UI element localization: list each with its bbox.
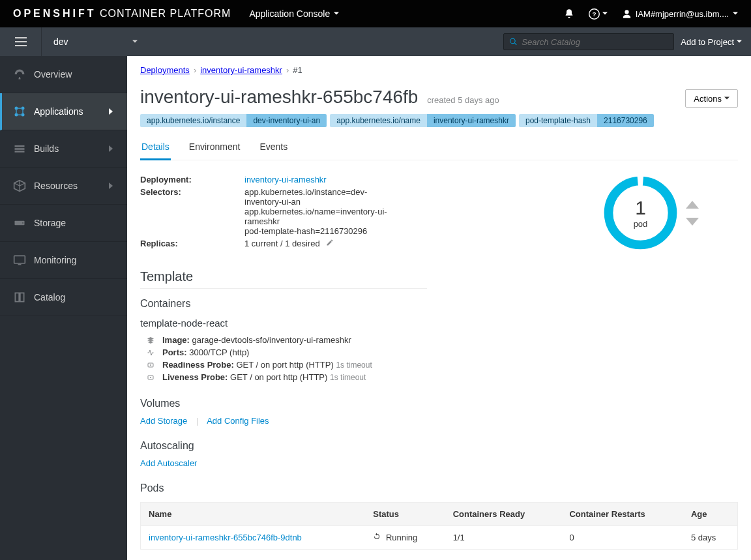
- catalog-icon: [13, 291, 26, 304]
- activity-icon: [147, 349, 156, 357]
- pod-status: Running: [365, 526, 445, 550]
- add-storage-link[interactable]: Add Storage: [140, 416, 187, 426]
- chevron-down-icon: [602, 11, 608, 16]
- masthead: OPENSHIFT CONTAINER PLATFORM Application…: [0, 0, 751, 27]
- readiness-key: Readiness Probe:: [162, 360, 234, 370]
- add-config-link[interactable]: Add Config Files: [207, 416, 269, 426]
- replicas-key: Replicas:: [140, 239, 244, 248]
- sidebar-item-resources[interactable]: Resources: [0, 168, 127, 205]
- replicas-text: 1 current / 1 desired: [244, 239, 320, 248]
- volumes-links: Add Storage | Add Config Files: [140, 416, 738, 426]
- label-key: app.kubernetes.io/instance: [140, 114, 246, 127]
- layers-icon: [147, 336, 156, 344]
- svg-point-17: [150, 377, 151, 378]
- scale-down-icon[interactable]: [686, 216, 699, 226]
- context-selector[interactable]: Application Console: [249, 8, 339, 19]
- page-header: inventory-ui-rameshkr-655bc746fb created…: [140, 87, 738, 108]
- pod-link[interactable]: inventory-ui-rameshkr-655bc746fb-9dtnb: [149, 533, 302, 542]
- liveness-timeout: 1s timeout: [330, 373, 366, 382]
- image-line: Image: garage-devtools-sfo/inventory-ui-…: [140, 334, 738, 346]
- projectbar-right: Add to Project: [503, 33, 751, 50]
- col-status[interactable]: Status: [365, 503, 445, 526]
- catalog-search[interactable]: [503, 33, 674, 50]
- monitoring-icon: [13, 254, 26, 267]
- logo: OPENSHIFT CONTAINER PLATFORM: [13, 8, 231, 20]
- actions-button[interactable]: Actions: [685, 89, 738, 108]
- containers-heading: Containers: [140, 298, 738, 310]
- project-name: dev: [53, 37, 68, 47]
- col-age[interactable]: Age: [683, 503, 738, 526]
- template-heading: Template: [140, 269, 427, 289]
- sidebar-item-label: Storage: [34, 218, 66, 228]
- add-project-label: Add to Project: [681, 37, 734, 47]
- breadcrumb-parent[interactable]: inventory-ui-rameshkr: [200, 65, 282, 75]
- details-row: Deployment: inventory-ui-rameshkr Select…: [140, 175, 738, 251]
- breadcrumb-deployments[interactable]: Deployments: [140, 65, 190, 75]
- probe-icon: [147, 361, 156, 369]
- sidebar-item-storage[interactable]: Storage: [0, 205, 127, 242]
- chevron-right-icon: ›: [286, 65, 289, 75]
- label-instance[interactable]: app.kubernetes.io/instance dev-inventory…: [140, 114, 327, 127]
- pod-scaler: 1 pod: [603, 175, 699, 251]
- sidebar-item-overview[interactable]: Overview: [0, 56, 127, 93]
- context-label: Application Console: [249, 8, 330, 19]
- svg-rect-11: [18, 264, 22, 265]
- scale-up-icon[interactable]: [686, 201, 699, 210]
- image-val: garage-devtools-sfo/inventory-ui-rameshk…: [192, 335, 351, 345]
- masthead-right: ? IAM#mjperrin@us.ibm....: [564, 8, 738, 20]
- label-val: 2116730296: [597, 114, 654, 127]
- col-restarts[interactable]: Container Restarts: [561, 503, 683, 526]
- chevron-right-icon: [109, 183, 114, 189]
- chevron-right-icon: [109, 145, 114, 152]
- applications-icon: [13, 105, 26, 118]
- search-input[interactable]: [522, 37, 668, 47]
- label-hash[interactable]: pod-template-hash 2116730296: [519, 114, 654, 127]
- chevron-down-icon: [334, 11, 339, 16]
- readiness-line: Readiness Probe: GET / on port http (HTT…: [140, 359, 738, 371]
- pencil-icon[interactable]: [326, 239, 334, 248]
- storage-icon: [13, 216, 26, 229]
- col-name[interactable]: Name: [141, 503, 366, 526]
- resources-icon: [13, 179, 26, 192]
- sidebar-item-applications[interactable]: Applications: [0, 93, 127, 130]
- selector-1: app.kubernetes.io/instance=dev-inventory…: [244, 187, 388, 207]
- layout: Overview Applications Builds Resources S…: [0, 56, 751, 560]
- chevron-down-icon: [132, 39, 138, 44]
- pods-heading: Pods: [140, 482, 738, 494]
- bell-icon[interactable]: [564, 8, 574, 19]
- user-menu[interactable]: IAM#mjperrin@us.ibm....: [622, 9, 738, 19]
- pod-status-text: Running: [386, 533, 417, 542]
- user-icon: [622, 9, 632, 19]
- label-val: dev-inventory-ui-an: [246, 114, 327, 127]
- tab-events[interactable]: Events: [258, 141, 289, 160]
- label-key: app.kubernetes.io/name: [330, 114, 427, 127]
- donut-center: 1 pod: [603, 175, 678, 250]
- selectors-val: app.kubernetes.io/instance=dev-inventory…: [244, 187, 388, 236]
- tab-environment[interactable]: Environment: [188, 141, 242, 160]
- liveness-key: Liveness Probe:: [162, 372, 228, 382]
- sidebar-item-monitoring[interactable]: Monitoring: [0, 242, 127, 279]
- svg-point-7: [22, 113, 25, 117]
- dashboard-icon: [13, 68, 26, 81]
- sidebar-item-label: Overview: [34, 69, 72, 80]
- help-menu[interactable]: ?: [589, 8, 608, 20]
- separator: |: [196, 416, 198, 426]
- sidebar-item-catalog[interactable]: Catalog: [0, 279, 127, 316]
- tab-details[interactable]: Details: [140, 141, 171, 160]
- col-ready[interactable]: Containers Ready: [445, 503, 562, 526]
- tabs: Details Environment Events: [140, 141, 738, 160]
- add-to-project[interactable]: Add to Project: [681, 37, 742, 47]
- label-name[interactable]: app.kubernetes.io/name inventory-ui-rame…: [330, 114, 516, 127]
- project-selector[interactable]: dev: [42, 27, 149, 56]
- autoscaling-links: Add Autoscaler: [140, 458, 738, 468]
- main-content: Deployments › inventory-ui-rameshkr › #1…: [127, 56, 751, 560]
- selector-3: pod-template-hash=2116730296: [244, 226, 388, 236]
- sidebar: Overview Applications Builds Resources S…: [0, 56, 127, 560]
- project-bar: dev Add to Project: [0, 27, 751, 56]
- deployment-link[interactable]: inventory-ui-rameshkr: [244, 175, 327, 184]
- container-details: Image: garage-devtools-sfo/inventory-ui-…: [140, 334, 738, 383]
- add-autoscaler-link[interactable]: Add Autoscaler: [140, 458, 197, 468]
- chevron-down-icon: [733, 11, 738, 16]
- hamburger-button[interactable]: [0, 27, 42, 56]
- sidebar-item-builds[interactable]: Builds: [0, 130, 127, 168]
